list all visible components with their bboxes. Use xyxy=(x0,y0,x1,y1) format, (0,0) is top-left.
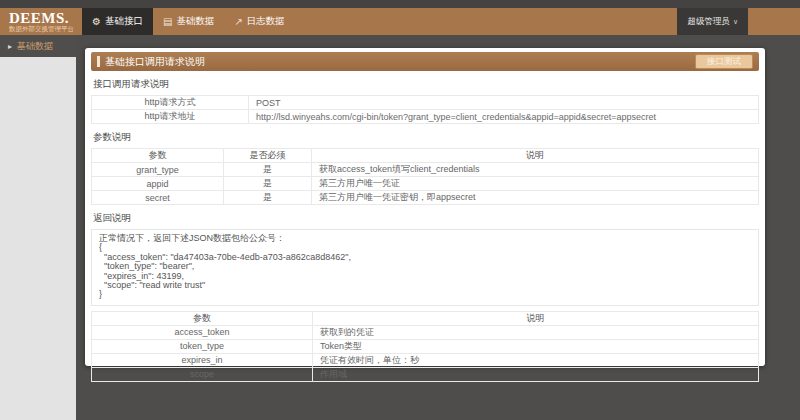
param-name: appid xyxy=(92,177,224,191)
brand-tagline: 数据外部交换管理平台 xyxy=(9,25,82,32)
gear-icon: ⚙ xyxy=(92,17,101,27)
content-panel: 基础接口调用请求说明 接口测试 接口调用请求说明 http请求方式 POST h… xyxy=(85,48,765,366)
section-label-request: 接口调用请求说明 xyxy=(93,78,759,91)
section-label-params: 参数说明 xyxy=(93,131,759,144)
title-accent-bar xyxy=(97,56,100,67)
column-header: 说明 xyxy=(313,311,759,325)
return-param-desc: Token类型 xyxy=(313,339,759,353)
header-spacer xyxy=(295,8,678,35)
json-line: "token_type": "bearer", xyxy=(99,262,751,271)
user-menu-label: 超级管理员 xyxy=(687,16,730,28)
sidebar-item-basic-data[interactable]: ▸ 基础数据 xyxy=(0,35,76,57)
json-line: "scope": "read write trust" xyxy=(99,281,751,290)
table-row: http请求地址 http://lsd.winyeahs.com/cgi-bin… xyxy=(92,110,759,124)
request-url: http://lsd.winyeahs.com/cgi-bin/token?gr… xyxy=(249,110,759,124)
log-arrow-icon: ↗ xyxy=(234,17,242,27)
table-row: scope 作用域 xyxy=(92,367,759,381)
panel-title: 基础接口调用请求说明 xyxy=(105,55,205,69)
param-required: 是 xyxy=(224,163,312,177)
return-param-desc: 作用域 xyxy=(313,367,759,381)
tab-label: 基础数据 xyxy=(176,15,214,28)
return-param-name: scope xyxy=(92,367,313,381)
param-required: 是 xyxy=(224,191,312,205)
table-row: grant_type 是 获取access_token填写client_cred… xyxy=(92,163,759,177)
request-key: http请求地址 xyxy=(92,110,249,124)
return-params-table: 参数 说明 access_token 获取到的凭证 token_type Tok… xyxy=(91,311,759,382)
column-header: 参数 xyxy=(92,311,313,325)
tab-label: 基础接口 xyxy=(105,15,143,28)
tab-basic-data[interactable]: ▤ 基础数据 xyxy=(153,8,224,35)
api-test-button[interactable]: 接口测试 xyxy=(695,54,753,69)
column-header: 说明 xyxy=(312,149,759,163)
table-header-row: 参数 是否必须 说明 xyxy=(92,149,759,163)
caret-right-icon: ▸ xyxy=(8,42,12,51)
table-row: appid 是 第三方用户唯一凭证 xyxy=(92,177,759,191)
json-line: "access_token": "da47403a-70be-4edb-a703… xyxy=(99,253,751,262)
return-param-desc: 凭证有效时间，单位：秒 xyxy=(313,353,759,367)
param-name: grant_type xyxy=(92,163,224,177)
table-row: token_type Token类型 xyxy=(92,339,759,353)
return-param-desc: 获取到的凭证 xyxy=(313,325,759,339)
response-json-box: 正常情况下，返回下述JSON数据包给公众号： { "access_token":… xyxy=(91,229,759,306)
return-param-name: access_token xyxy=(92,325,313,339)
return-param-name: token_type xyxy=(92,339,313,353)
brand: DEEMS. 数据外部交换管理平台 xyxy=(0,8,82,35)
brand-logo: DEEMS. xyxy=(9,11,82,25)
tab-basic-interface[interactable]: ⚙ 基础接口 xyxy=(82,8,153,35)
app-header: DEEMS. 数据外部交换管理平台 ⚙ 基础接口 ▤ 基础数据 ↗ 日志数据 超… xyxy=(0,8,800,35)
params-table: 参数 是否必须 说明 grant_type 是 获取access_token填写… xyxy=(91,148,759,205)
top-strip xyxy=(0,0,800,8)
grid-icon: ▤ xyxy=(163,17,172,27)
request-value: POST xyxy=(249,96,759,110)
user-menu[interactable]: 超级管理员 ∨ xyxy=(677,8,748,35)
request-key: http请求方式 xyxy=(92,96,249,110)
tab-label: 日志数据 xyxy=(247,15,285,28)
section-label-response: 返回说明 xyxy=(93,212,759,225)
table-header-row: 参数 说明 xyxy=(92,311,759,325)
sidebar: ▸ 基础数据 xyxy=(0,35,76,420)
sidebar-item-label: 基础数据 xyxy=(17,40,53,53)
param-name: secret xyxy=(92,191,224,205)
param-desc: 获取access_token填写client_credentials xyxy=(312,163,759,177)
table-row: expires_in 凭证有效时间，单位：秒 xyxy=(92,353,759,367)
column-header: 参数 xyxy=(92,149,224,163)
param-desc: 第三方用户唯一凭证 xyxy=(312,177,759,191)
table-row: secret 是 第三方用户唯一凭证密钥，即appsecret xyxy=(92,191,759,205)
return-param-name: expires_in xyxy=(92,353,313,367)
panel-titlebar: 基础接口调用请求说明 接口测试 xyxy=(91,52,759,71)
chevron-down-icon: ∨ xyxy=(733,18,738,26)
table-row: http请求方式 POST xyxy=(92,96,759,110)
response-intro: 正常情况下，返回下述JSON数据包给公众号： xyxy=(99,234,751,243)
request-table: http请求方式 POST http请求地址 http://lsd.winyea… xyxy=(91,95,759,124)
json-line: } xyxy=(99,290,751,299)
table-row: access_token 获取到的凭证 xyxy=(92,325,759,339)
column-header: 是否必须 xyxy=(224,149,312,163)
tab-log-data[interactable]: ↗ 日志数据 xyxy=(224,8,294,35)
param-required: 是 xyxy=(224,177,312,191)
param-desc: 第三方用户唯一凭证密钥，即appsecret xyxy=(312,191,759,205)
main-nav: ⚙ 基础接口 ▤ 基础数据 ↗ 日志数据 xyxy=(82,8,295,35)
